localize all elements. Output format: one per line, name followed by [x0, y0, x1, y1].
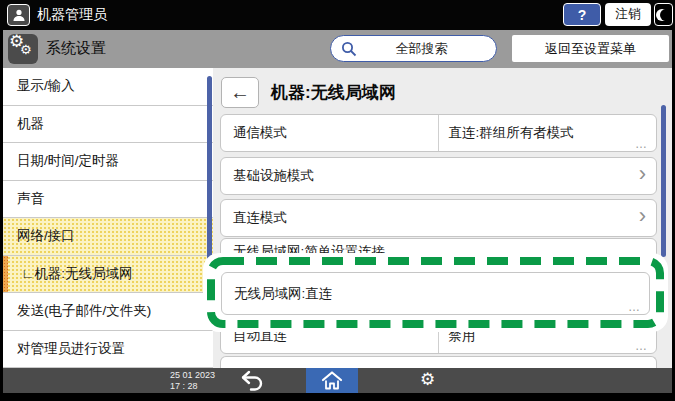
setting-row-partial[interactable] [220, 356, 657, 368]
chevron-right-icon: › [639, 205, 646, 227]
setting-row-infrastructure-mode[interactable]: 基础设施模式 › [220, 157, 657, 195]
sidebar-item-administrator-settings[interactable]: 对管理员进行设置 [3, 331, 213, 369]
help-button[interactable]: ? [563, 3, 601, 26]
panel-scrollbar[interactable] [661, 105, 666, 257]
sidebar-item-machine-wireless-lan[interactable]: ∟机器:无线局域网 [3, 256, 213, 294]
settings-gear-icon[interactable]: ⚙ [420, 369, 435, 390]
sidebar-item-send-email-folder[interactable]: 发送(电子邮件/文件夹) [3, 293, 213, 331]
more-indicator: … [635, 137, 648, 151]
app-title: 系统设置 [46, 39, 106, 58]
user-avatar-icon [7, 4, 30, 26]
sidebar-item-date-time-timer[interactable]: 日期/时间/定时器 [3, 143, 213, 181]
home-icon [321, 371, 343, 390]
back-button[interactable]: ← [221, 77, 259, 108]
app-header: ⚙ ⚙ 系统设置 全部搜索 返回至设置菜单 [3, 30, 672, 68]
setting-row-communication-mode[interactable]: 通信模式 直连:群组所有者模式 … [220, 114, 657, 152]
sidebar-item-sound[interactable]: 声音 [3, 181, 213, 219]
home-button[interactable] [306, 368, 358, 393]
setting-label: 直连模式 [221, 200, 656, 236]
person-icon [12, 8, 26, 22]
back-undo-icon[interactable] [240, 370, 266, 395]
selected-indicator-bar [3, 256, 8, 293]
sidebar-item-machine[interactable]: 机器 [3, 106, 213, 144]
setting-label: 通信模式 [221, 115, 439, 151]
sidebar-item-display-input[interactable]: 显示/输入 [3, 68, 213, 106]
return-to-settings-menu-button[interactable]: 返回至设置菜单 [512, 35, 669, 62]
more-indicator: … [635, 339, 648, 353]
setting-label: 无线局域网:直连 [234, 285, 332, 303]
page-title: 机器:无线局域网 [271, 81, 396, 104]
titlebar: 机器管理员 ? 注销 [0, 0, 675, 30]
more-indicator: … [628, 300, 641, 314]
settings-gears-icon: ⚙ ⚙ [8, 34, 38, 64]
search-all-button[interactable]: 全部搜索 [330, 35, 497, 62]
chevron-right-icon: › [639, 163, 646, 185]
setting-row-wireless-lan-direct[interactable]: 无线局域网:直连 … [221, 272, 650, 315]
search-icon [341, 41, 357, 57]
time-label: 17 : 28 [170, 381, 215, 392]
date-time-display: 25 01 2023 17 : 28 [170, 370, 215, 391]
moon-icon [660, 9, 672, 21]
logout-button[interactable]: 注销 [605, 3, 651, 26]
logged-in-user-label: 机器管理员 [37, 6, 107, 24]
setting-label: 基础设施模式 [221, 158, 656, 194]
sleep-mode-button[interactable] [654, 3, 673, 26]
settings-sidebar: 显示/输入 机器 日期/时间/定时器 声音 网络/接口 ∟机器:无线局域网 发送… [3, 68, 213, 368]
setting-value: 直连:群组所有者模式 [439, 124, 657, 142]
content-area: 显示/输入 机器 日期/时间/定时器 声音 网络/接口 ∟机器:无线局域网 发送… [3, 68, 672, 368]
device-navbar: 25 01 2023 17 : 28 ⚙ [3, 368, 672, 393]
search-all-label: 全部搜索 [357, 40, 486, 58]
setting-row-direct-mode[interactable]: 直连模式 › [220, 199, 657, 237]
sidebar-item-network-interface[interactable]: 网络/接口 [3, 218, 213, 256]
settings-panel: ← 机器:无线局域网 通信模式 直连:群组所有者模式 … 基础设施模式 › 直连… [213, 68, 672, 368]
highlight-callout: 无线局域网:直连 … [203, 253, 668, 332]
date-label: 25 01 2023 [170, 370, 215, 381]
